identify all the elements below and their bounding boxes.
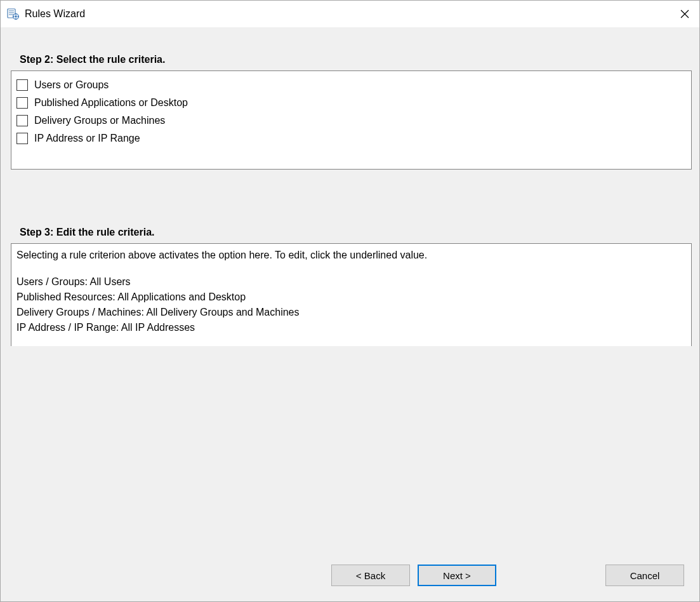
- criteria-option-ip-address[interactable]: IP Address or IP Range: [17, 130, 686, 147]
- criteria-option-published-apps[interactable]: Published Applications or Desktop: [17, 94, 686, 112]
- edit-line-resources: Published Resources: All Applications an…: [17, 290, 686, 305]
- svg-rect-6: [15, 14, 16, 15]
- edit-criteria-box: Selecting a rule criterion above activat…: [11, 243, 692, 346]
- svg-rect-9: [18, 16, 19, 17]
- close-button[interactable]: [670, 1, 699, 27]
- svg-rect-7: [15, 18, 16, 20]
- svg-point-5: [15, 16, 17, 18]
- titlebar: Rules Wizard: [1, 1, 699, 27]
- edit-line-users: Users / Groups: All Users: [17, 274, 686, 290]
- edit-intro-text: Selecting a rule criterion above activat…: [17, 248, 686, 263]
- step3-heading: Step 3: Edit the rule criteria.: [20, 227, 692, 238]
- checkbox-icon: [17, 79, 28, 91]
- checkbox-icon: [17, 133, 28, 144]
- criteria-option-users-groups[interactable]: Users or Groups: [17, 76, 686, 94]
- rules-wizard-window: Rules Wizard Step 2: Select the rule cri…: [0, 0, 700, 602]
- svg-rect-8: [13, 16, 15, 17]
- step2-heading: Step 2: Select the rule criteria.: [20, 54, 692, 65]
- window-title: Rules Wizard: [25, 8, 670, 20]
- close-icon: [680, 10, 689, 18]
- checkbox-icon: [17, 115, 28, 126]
- criteria-label: Published Applications or Desktop: [34, 97, 188, 109]
- criteria-list: Users or Groups Published Applications o…: [11, 70, 692, 170]
- next-button[interactable]: Next >: [418, 565, 496, 586]
- cancel-button[interactable]: Cancel: [605, 565, 684, 586]
- back-button[interactable]: < Back: [331, 565, 410, 586]
- criteria-option-delivery-groups[interactable]: Delivery Groups or Machines: [17, 112, 686, 130]
- wizard-button-bar: < Back Next > Cancel: [16, 565, 684, 586]
- criteria-label: IP Address or IP Range: [34, 133, 140, 144]
- edit-line-delivery: Delivery Groups / Machines: All Delivery…: [17, 305, 686, 320]
- app-icon: [7, 8, 20, 20]
- wizard-content: Step 2: Select the rule criteria. Users …: [1, 27, 699, 601]
- criteria-label: Users or Groups: [34, 79, 109, 91]
- edit-line-ip: IP Address / IP Range: All IP Addresses: [17, 320, 686, 335]
- checkbox-icon: [17, 97, 28, 109]
- criteria-label: Delivery Groups or Machines: [34, 115, 165, 126]
